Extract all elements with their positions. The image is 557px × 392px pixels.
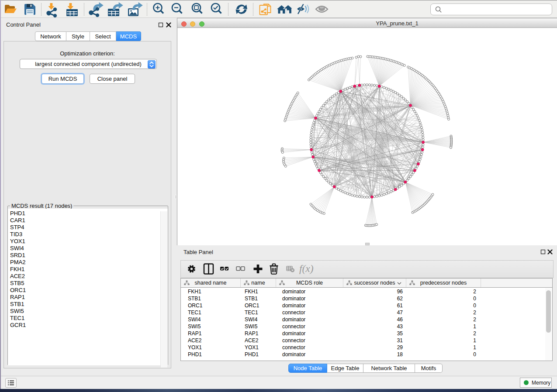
svg-text:f(x): f(x): [299, 263, 314, 274]
